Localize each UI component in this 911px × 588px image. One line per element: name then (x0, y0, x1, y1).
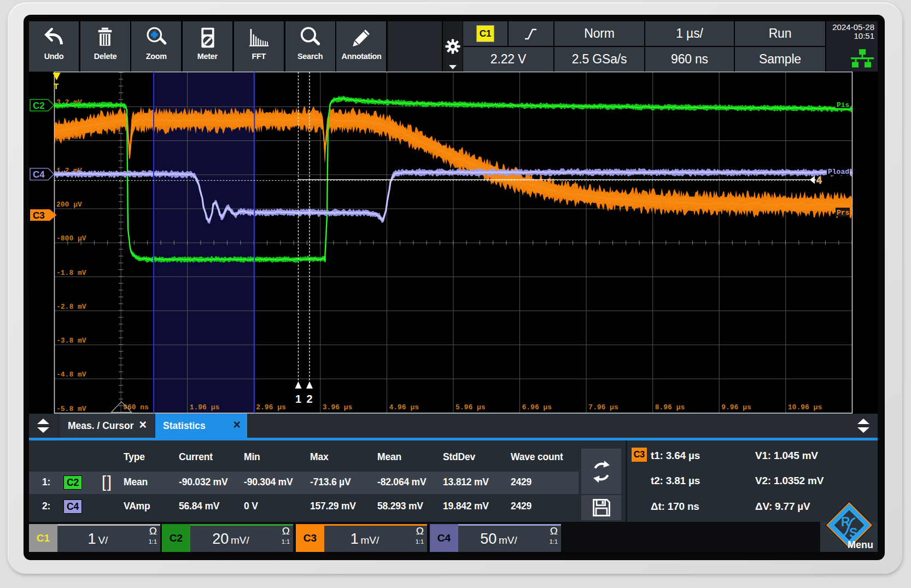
svg-text:7.96 µs: 7.96 µs (588, 403, 618, 411)
svg-text:6.96 µs: 6.96 µs (522, 403, 552, 411)
svg-text:1: 1 (295, 393, 301, 405)
svg-text:-800 µV: -800 µV (56, 234, 86, 243)
svg-text:10.96 µs: 10.96 µs (788, 403, 822, 411)
svg-text:2.96 µs: 2.96 µs (256, 403, 286, 411)
svg-text:2: 2 (306, 393, 312, 405)
svg-text:-4.8 mV: -4.8 mV (56, 371, 86, 379)
svg-text:Pload: Pload (828, 168, 849, 176)
svg-text:4.96 µs: 4.96 µs (389, 403, 419, 411)
svg-text:C4: C4 (33, 169, 45, 180)
svg-text:1.96 µs: 1.96 µs (190, 403, 220, 411)
svg-text:-5.8 mV: -5.8 mV (56, 405, 86, 413)
svg-text:5.96 µs: 5.96 µs (455, 403, 486, 411)
svg-text:3.96 µs: 3.96 µs (323, 403, 353, 411)
svg-text:Pis: Pis (837, 101, 850, 109)
svg-text:C2: C2 (33, 101, 45, 111)
svg-text:8.96 µs: 8.96 µs (655, 403, 685, 411)
svg-text:4: 4 (816, 175, 822, 186)
svg-text:-3.8 mV: -3.8 mV (56, 337, 86, 345)
svg-text:C3: C3 (33, 210, 45, 221)
svg-text:9.96 µs: 9.96 µs (721, 403, 751, 411)
svg-text:200 µV: 200 µV (56, 201, 82, 209)
svg-text:-1.8 mV: -1.8 mV (56, 269, 86, 277)
svg-text:Prs: Prs (837, 209, 850, 217)
svg-text:-2.8 mV: -2.8 mV (56, 303, 86, 311)
svg-text:T: T (54, 81, 59, 91)
svg-text:S: S (849, 526, 857, 540)
